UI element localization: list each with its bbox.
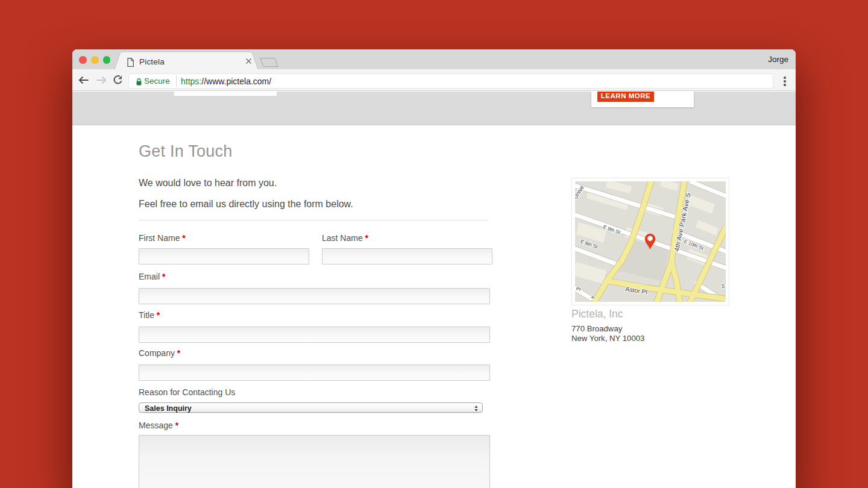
svg-text:S: S [722, 283, 725, 289]
